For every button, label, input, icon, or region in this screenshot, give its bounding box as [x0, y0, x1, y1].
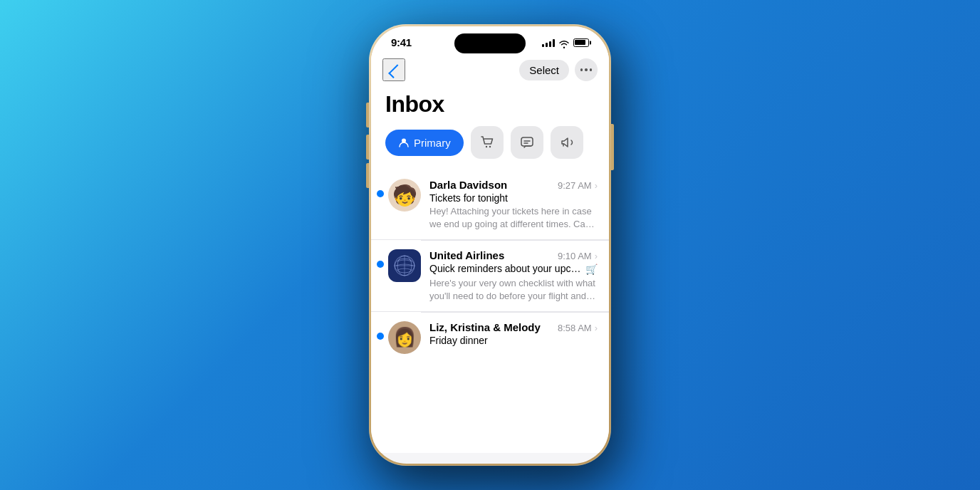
- tab-promotions[interactable]: [551, 126, 583, 159]
- phone-shell: 9:41: [369, 24, 611, 466]
- status-icons: [542, 38, 589, 47]
- email-meta: 9:27 AM ›: [558, 180, 598, 191]
- back-chevron-icon: [388, 64, 402, 78]
- more-button[interactable]: [575, 58, 598, 81]
- email-item-ua[interactable]: United Airlines 9:10 AM › Quick reminder…: [371, 241, 609, 312]
- ua-logo: [392, 253, 417, 278]
- shopping-cart-tag-icon: 🛒: [585, 264, 598, 275]
- unread-indicator: [377, 333, 384, 340]
- avatar-liz: 👩: [388, 321, 421, 354]
- screen-content: Select Inbox: [371, 53, 609, 453]
- email-list: 🧒 Darla Davidson 9:27 AM › Tickets for t…: [371, 170, 609, 354]
- wifi-icon: [559, 38, 569, 46]
- avatar-darla: 🧒: [388, 179, 421, 212]
- unread-indicator: [377, 261, 384, 268]
- email-preview: Here's your very own checklist with what…: [429, 277, 598, 303]
- tab-shopping[interactable]: [471, 126, 504, 159]
- select-button[interactable]: Select: [519, 60, 569, 80]
- email-chevron-icon: ›: [595, 251, 598, 261]
- email-meta: 9:10 AM ›: [558, 251, 598, 261]
- email-meta: 8:58 AM ›: [558, 323, 598, 333]
- email-time: 8:58 AM: [558, 323, 592, 333]
- email-header: United Airlines 9:10 AM ›: [429, 249, 598, 261]
- nav-right-controls: Select: [519, 58, 598, 81]
- phone-screen: 9:41: [371, 26, 609, 464]
- avatar-ua: [388, 249, 421, 282]
- email-subject: Quick reminders about your upcoming...: [429, 263, 583, 274]
- svg-point-2: [489, 146, 490, 147]
- back-button[interactable]: [382, 58, 405, 81]
- email-item-liz[interactable]: 👩 Liz, Kristina & Melody 8:58 AM › Frida…: [371, 313, 609, 354]
- dynamic-island: [454, 33, 526, 53]
- filter-tabs: Primary: [371, 126, 609, 170]
- email-sender: United Airlines: [429, 249, 504, 261]
- email-preview: Hey! Attaching your tickets here in case…: [429, 205, 598, 231]
- chat-icon: [519, 135, 535, 150]
- nav-bar: Select: [371, 53, 609, 85]
- email-sender: Liz, Kristina & Melody: [429, 321, 541, 333]
- unread-indicator: [377, 190, 384, 197]
- cart-icon: [479, 135, 495, 150]
- email-subject: Tickets for tonight: [429, 192, 598, 204]
- megaphone-icon: [559, 135, 575, 150]
- signal-icon: [542, 38, 555, 47]
- svg-point-1: [485, 146, 486, 147]
- email-header: Liz, Kristina & Melody 8:58 AM ›: [429, 321, 598, 333]
- person-icon: [398, 137, 410, 148]
- email-time: 9:27 AM: [558, 180, 592, 191]
- scene: 9:41: [369, 24, 611, 466]
- email-header: Darla Davidson 9:27 AM ›: [429, 179, 598, 191]
- tab-primary-label: Primary: [414, 137, 451, 149]
- email-item-darla[interactable]: 🧒 Darla Davidson 9:27 AM › Tickets for t…: [371, 170, 609, 240]
- email-chevron-icon: ›: [595, 180, 598, 191]
- svg-rect-3: [521, 137, 533, 146]
- ellipsis-icon: [580, 68, 593, 71]
- email-time: 9:10 AM: [558, 251, 592, 261]
- email-chevron-icon: ›: [595, 323, 598, 333]
- battery-icon: [573, 38, 589, 47]
- tab-primary[interactable]: Primary: [385, 130, 464, 156]
- email-subject-row: Quick reminders about your upcoming... 🛒: [429, 263, 598, 276]
- status-time: 9:41: [391, 36, 412, 48]
- inbox-title: Inbox: [371, 85, 609, 126]
- email-content-ua: United Airlines 9:10 AM › Quick reminder…: [429, 249, 598, 303]
- email-subject: Friday dinner: [429, 335, 598, 346]
- tab-social[interactable]: [511, 126, 543, 159]
- email-content-liz: Liz, Kristina & Melody 8:58 AM › Friday …: [429, 321, 598, 348]
- email-content-darla: Darla Davidson 9:27 AM › Tickets for ton…: [429, 179, 598, 231]
- email-sender: Darla Davidson: [429, 179, 507, 191]
